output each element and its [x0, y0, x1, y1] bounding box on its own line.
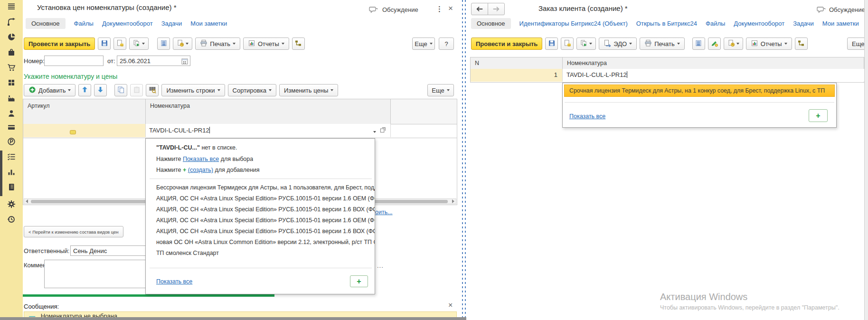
create-based-on-button[interactable]	[129, 38, 149, 50]
messages-close-icon[interactable]: ×	[448, 301, 453, 310]
gear-icon[interactable]	[7, 200, 16, 208]
show-all-link[interactable]: Показать все	[156, 278, 192, 285]
comment-expand-button[interactable]: ...	[377, 262, 384, 269]
tab-tasks[interactable]: Задачи	[161, 20, 182, 27]
add-row-button[interactable]: Добавить	[24, 84, 75, 96]
show-in-list-button[interactable]	[157, 38, 170, 50]
list-item[interactable]: АКЦИЯ, ОС СН «Astra Linux Special Editio…	[146, 215, 375, 226]
person-icon[interactable]	[7, 109, 16, 118]
cell-dropdown-button[interactable]	[373, 127, 376, 134]
reports-button[interactable]: Отчеты	[243, 38, 289, 50]
pie-chart-icon[interactable]	[7, 33, 16, 41]
list-item[interactable]: АКЦИЯ, ОС СН «Astra Linux Special Editio…	[146, 193, 375, 204]
number-input[interactable]	[44, 56, 104, 66]
column-header-nomenclature[interactable]: Номенклатура	[562, 57, 864, 69]
list-item[interactable]: АКЦИЯ, ОС СН «Astra Linux Special Editio…	[146, 204, 375, 215]
tab-notes[interactable]: Мои заметки	[190, 20, 227, 27]
post-button[interactable]	[561, 38, 574, 50]
window-edge-scrollbar[interactable]	[864, 0, 868, 320]
bank-card-icon[interactable]	[7, 123, 16, 132]
route-icon[interactable]	[7, 17, 16, 26]
create-new-button[interactable]: +	[809, 109, 828, 122]
more-button[interactable]: Еще	[412, 38, 435, 50]
copy-rows-button[interactable]	[114, 84, 127, 96]
shopping-cart-icon[interactable]	[7, 63, 16, 72]
discussion-icon[interactable]	[817, 6, 826, 15]
tab-bitrix-ids[interactable]: Идентификаторы Битрикс24 (Объект)	[519, 20, 628, 27]
list-item[interactable]: АКЦИЯ, ОС СН «Astra Linux Special Editio…	[146, 226, 375, 237]
scroll-right-icon[interactable]	[452, 199, 454, 203]
kebab-menu-icon[interactable]: ⋮	[436, 5, 443, 13]
reminder-button[interactable]	[173, 38, 192, 50]
tab-notes[interactable]: Мои заметки	[822, 20, 859, 27]
tab-open-bitrix[interactable]: Открыть в Битрикс24	[636, 20, 697, 27]
edit-rows-button[interactable]: Изменить строки	[161, 84, 225, 96]
cell-open-button[interactable]	[379, 126, 387, 135]
scroll-left-icon[interactable]	[26, 199, 28, 203]
paste-rows-button[interactable]	[130, 84, 143, 96]
structure-button[interactable]	[292, 38, 305, 50]
reminder-button[interactable]	[724, 38, 743, 50]
print-button[interactable]: Печать	[195, 38, 240, 50]
move-up-button[interactable]	[78, 84, 91, 96]
window-splitter[interactable]	[461, 0, 467, 320]
shopping-bag-icon[interactable]	[7, 48, 16, 56]
list-item[interactable]: ТП смоленск Стандарт	[146, 248, 375, 259]
nav-back-button[interactable]	[471, 3, 488, 15]
calendar-icon[interactable]	[181, 57, 189, 66]
column-header-extra[interactable]	[390, 99, 457, 124]
grid-icon[interactable]	[7, 78, 16, 87]
notebook-icon[interactable]	[7, 183, 16, 191]
edo-button[interactable]: ЭДО	[599, 38, 637, 50]
tab-files[interactable]: Файлы	[74, 20, 94, 27]
tab-docflow[interactable]: Документооборот	[734, 20, 784, 27]
close-icon[interactable]: ×	[448, 4, 453, 13]
table-more-button[interactable]: Еще	[427, 84, 454, 96]
edit-prices-button[interactable]: Изменить цены	[279, 84, 338, 96]
approve-button[interactable]	[708, 38, 721, 50]
menu-icon[interactable]	[7, 2, 16, 11]
column-header-nomenclature[interactable]: Номенклатура	[145, 99, 391, 124]
line-number-cell[interactable]: 1	[471, 69, 563, 82]
reports-button[interactable]: Отчеты	[746, 38, 792, 50]
save-button[interactable]	[545, 38, 558, 50]
date-input[interactable]: 25.06.2021	[117, 56, 190, 66]
help-button[interactable]: ?	[439, 38, 454, 50]
save-button[interactable]	[98, 38, 111, 50]
nav-forward-button[interactable]	[488, 3, 505, 15]
barcode-search-button[interactable]	[146, 84, 159, 96]
list-item[interactable]: Бессрочная лицензия Термидеск для Астры,…	[146, 182, 375, 193]
create-based-on-button[interactable]	[576, 38, 596, 50]
tab-docflow[interactable]: Документооборот	[102, 20, 153, 27]
truncated-settings-link[interactable]: оить...	[375, 209, 397, 216]
show-all-inline-link[interactable]: Показать все	[183, 156, 219, 162]
create-link[interactable]: (создать)	[188, 167, 213, 173]
structure-button[interactable]	[795, 38, 808, 50]
list-item[interactable]: новая ОС ОН «Astra Linux Common Edition»…	[146, 237, 375, 248]
history-icon[interactable]	[7, 215, 16, 224]
column-header-n[interactable]: N	[470, 57, 563, 69]
tab-main[interactable]: Основное	[471, 18, 511, 29]
discussion-label[interactable]: Обсуждение	[382, 6, 418, 13]
nomenclature-cell-input[interactable]: TAVDI-L-CUL-L-PR12	[146, 124, 391, 137]
show-all-link[interactable]: Показать все	[569, 113, 605, 120]
highlighted-suggest-item[interactable]: Срочная лицензия Термидеск для Астры, на…	[564, 85, 835, 97]
column-header-article[interactable]: Артикул	[23, 99, 146, 124]
discussion-icon[interactable]	[369, 6, 378, 15]
post-button[interactable]	[113, 38, 126, 50]
bar-chart-icon[interactable]	[7, 168, 16, 176]
article-cell[interactable]	[23, 124, 146, 137]
go-to-price-kinds-button[interactable]: < Перейти к изменению состава видов цен	[24, 226, 123, 237]
tab-main[interactable]: Основное	[26, 18, 66, 29]
nomenclature-cell-input[interactable]: TAVDI-L-CUL-L-PR12	[563, 69, 864, 82]
discussion-label[interactable]: Обсуждение	[829, 6, 865, 13]
print-button[interactable]: Печать	[640, 38, 685, 50]
post-and-close-button[interactable]: Провести и закрыть	[24, 38, 95, 50]
show-in-list-button[interactable]	[692, 38, 705, 50]
post-and-close-button[interactable]: Провести и закрыть	[471, 38, 542, 50]
parking-icon[interactable]	[7, 137, 16, 146]
tab-files[interactable]: Файлы	[706, 20, 725, 27]
table-row[interactable]: TAVDI-L-CUL-L-PR12	[23, 124, 457, 138]
move-down-button[interactable]	[94, 84, 107, 96]
checklist-icon[interactable]	[7, 152, 16, 161]
